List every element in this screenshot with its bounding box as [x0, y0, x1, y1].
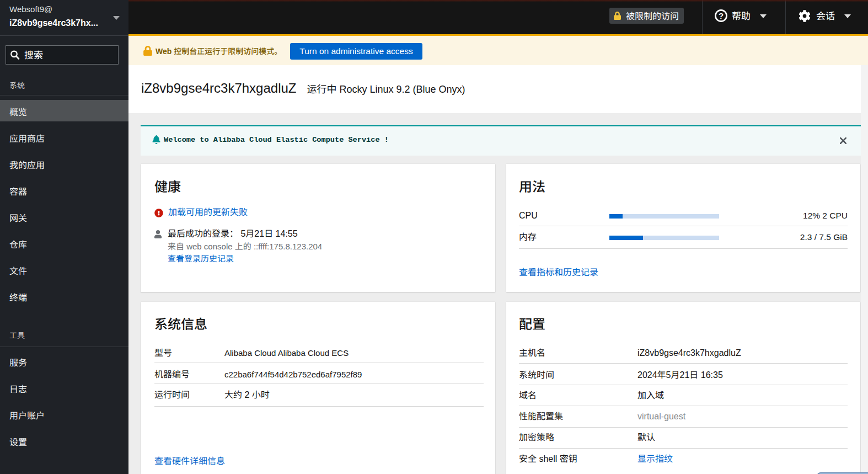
svg-text:?: ? [719, 11, 724, 20]
